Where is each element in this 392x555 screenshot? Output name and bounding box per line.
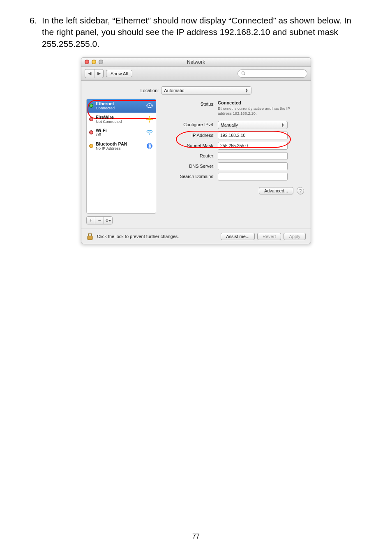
- ethernet-icon: [146, 102, 153, 109]
- svg-point-11: [149, 134, 150, 135]
- sidebar-item-wifi[interactable]: Wi-Fi Off: [87, 126, 156, 139]
- main-panel: Status: Connected Ethernet is currently …: [161, 99, 306, 224]
- interface-name: Wi-Fi: [96, 128, 143, 133]
- router-input[interactable]: [218, 152, 288, 160]
- network-window: Network ◀ ▶ Show All Location: Automatic…: [81, 57, 311, 244]
- ip-address-input[interactable]: 192.168.2.10: [218, 132, 288, 139]
- status-dot-icon: [89, 104, 93, 108]
- sidebar-item-ethernet[interactable]: Ethernet Connected: [87, 99, 156, 113]
- nav-back-forward[interactable]: ◀ ▶: [85, 69, 104, 78]
- interface-name: Bluetooth PAN: [96, 141, 143, 146]
- interface-sub: No IP Address: [96, 146, 143, 150]
- help-button[interactable]: ?: [297, 187, 304, 194]
- router-label: Router:: [161, 152, 214, 158]
- svg-point-4: [149, 105, 150, 106]
- location-select[interactable]: Automatic ▲▼: [161, 86, 251, 95]
- svg-point-6: [148, 118, 151, 120]
- show-all-button[interactable]: Show All: [106, 70, 132, 77]
- search-domains-input[interactable]: [218, 173, 288, 180]
- subnet-mask-input[interactable]: 255.255.255.0: [218, 142, 288, 150]
- lock-icon[interactable]: [86, 232, 94, 240]
- firewire-icon: [146, 116, 153, 123]
- subnet-label: Subnet Mask:: [161, 142, 214, 148]
- svg-point-3: [148, 105, 148, 106]
- instruction-step: 6. In the left sidebar, “Ethernet” shoul…: [0, 0, 392, 50]
- status-dot-icon: [89, 144, 93, 148]
- sidebar-item-bluetooth[interactable]: Bluetooth PAN No IP Address: [87, 139, 156, 153]
- configure-label: Configure IPv4:: [161, 121, 214, 127]
- configure-select[interactable]: Manually ▲▼: [218, 121, 288, 129]
- updown-icon: ▲▼: [281, 123, 285, 127]
- location-row: Location: Automatic ▲▼: [81, 81, 311, 99]
- configure-value: Manually: [221, 123, 238, 127]
- ip-label: IP Address:: [161, 132, 214, 138]
- updown-icon: ▲▼: [244, 88, 249, 92]
- forward-icon[interactable]: ▶: [94, 69, 103, 78]
- bluetooth-icon: [146, 142, 153, 150]
- interface-sub: Not Connected: [96, 120, 143, 124]
- lock-text: Click the lock to prevent further change…: [97, 234, 179, 239]
- interface-name: FireWire: [96, 115, 143, 120]
- assist-button[interactable]: Assist me...: [221, 233, 255, 240]
- svg-rect-13: [88, 236, 92, 240]
- svg-line-1: [244, 74, 245, 75]
- dns-input[interactable]: [218, 162, 288, 170]
- svg-point-5: [151, 105, 152, 106]
- revert-button[interactable]: Revert: [257, 233, 281, 240]
- status-value: Connected: [218, 100, 300, 105]
- advanced-button[interactable]: Advanced...: [259, 187, 293, 194]
- footer: Click the lock to prevent further change…: [81, 229, 311, 244]
- window-title: Network: [81, 59, 311, 65]
- status-label: Status:: [161, 100, 214, 106]
- wifi-icon: [146, 129, 153, 136]
- gear-menu-button[interactable]: ⚙▾: [104, 216, 113, 224]
- search-icon: [241, 71, 246, 76]
- location-label: Location:: [141, 88, 159, 93]
- sidebar: Ethernet Connected FireWire Not Connecte…: [86, 99, 156, 224]
- dns-label: DNS Server:: [161, 162, 214, 169]
- instruction-text: In the left sidebar, “Ethernet” should n…: [42, 15, 362, 50]
- remove-interface-button[interactable]: −: [95, 216, 104, 224]
- add-interface-button[interactable]: +: [86, 216, 95, 224]
- sidebar-actions: + − ⚙▾: [86, 216, 156, 224]
- location-value: Automatic: [164, 88, 184, 93]
- page-number: 77: [0, 533, 392, 540]
- interface-sub: Off: [96, 133, 143, 137]
- status-dot-icon: [89, 130, 93, 134]
- status-desc: Ethernet is currently active and has the…: [218, 106, 300, 116]
- status-dot-icon: [89, 117, 93, 121]
- search-input[interactable]: [238, 69, 307, 78]
- instruction-number: 6.: [30, 15, 39, 26]
- interface-list: Ethernet Connected FireWire Not Connecte…: [86, 99, 156, 214]
- titlebar: Network: [81, 58, 311, 67]
- apply-button[interactable]: Apply: [284, 233, 306, 240]
- svg-point-0: [242, 72, 244, 74]
- domains-label: Search Domains:: [161, 173, 214, 179]
- sidebar-item-firewire[interactable]: FireWire Not Connected: [87, 113, 156, 126]
- back-icon[interactable]: ◀: [85, 69, 94, 78]
- interface-sub: Connected: [96, 106, 143, 110]
- toolbar: ◀ ▶ Show All: [81, 67, 311, 81]
